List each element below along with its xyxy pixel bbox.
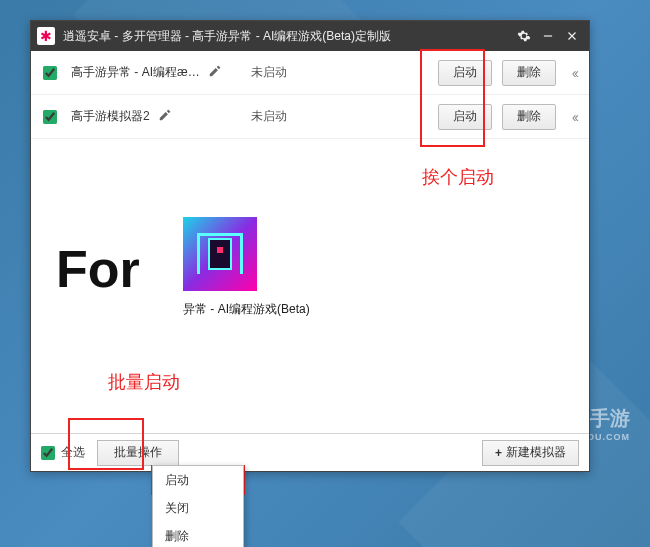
app-name-label: 异常 - AI编程游戏(Beta)	[183, 301, 310, 318]
gear-icon	[517, 29, 531, 43]
minimize-button[interactable]	[537, 25, 559, 47]
select-all-checkbox[interactable]: 全选	[41, 444, 85, 461]
launch-button[interactable]: 启动	[438, 60, 492, 86]
minimize-icon	[541, 29, 555, 43]
batch-context-menu: 启动 关闭 删除	[152, 465, 244, 547]
more-button[interactable]: ‹‹	[572, 65, 577, 81]
instance-list: 高手游异常 - AI编程æ… 未启动 启动 删除 ‹‹ 高手游模拟器2 未启动	[31, 51, 589, 139]
pencil-icon	[158, 108, 172, 122]
for-label: For	[56, 239, 140, 299]
row-checkbox[interactable]	[43, 66, 57, 80]
row-status: 未启动	[251, 108, 351, 125]
titlebar: ✱ 逍遥安卓 - 多开管理器 - 高手游异常 - AI编程游戏(Beta)定制版	[31, 21, 589, 51]
menu-item-close[interactable]: 关闭	[153, 494, 243, 522]
settings-button[interactable]	[513, 25, 535, 47]
app-block[interactable]: 异常 - AI编程游戏(Beta)	[183, 217, 310, 318]
close-icon	[565, 29, 579, 43]
row-status: 未启动	[251, 64, 351, 81]
delete-button[interactable]: 删除	[502, 104, 556, 130]
pencil-icon	[208, 64, 222, 78]
new-simulator-button[interactable]: + 新建模拟器	[482, 440, 579, 466]
annotation-each-start: 挨个启动	[422, 165, 494, 189]
select-all-input[interactable]	[41, 446, 55, 460]
app-logo-icon: ✱	[37, 27, 55, 45]
row-name-label: 高手游异常 - AI编程æ…	[71, 64, 200, 81]
delete-button[interactable]: 删除	[502, 60, 556, 86]
launch-button[interactable]: 启动	[438, 104, 492, 130]
annotation-batch-start: 批量启动	[108, 370, 180, 394]
select-all-label: 全选	[61, 444, 85, 461]
edit-name-button[interactable]	[158, 108, 172, 125]
bottombar: 全选 批量操作 + 新建模拟器	[31, 433, 589, 471]
close-button[interactable]	[561, 25, 583, 47]
plus-icon: +	[495, 446, 502, 460]
batch-ops-button[interactable]: 批量操作	[97, 440, 179, 466]
svg-rect-0	[544, 35, 552, 36]
app-icon	[183, 217, 257, 291]
window-title: 逍遥安卓 - 多开管理器 - 高手游异常 - AI编程游戏(Beta)定制版	[63, 28, 511, 45]
main-window: ✱ 逍遥安卓 - 多开管理器 - 高手游异常 - AI编程游戏(Beta)定制版…	[30, 20, 590, 472]
menu-item-launch[interactable]: 启动	[153, 466, 243, 494]
new-sim-label: 新建模拟器	[506, 444, 566, 461]
more-button[interactable]: ‹‹	[572, 109, 577, 125]
list-item: 高手游异常 - AI编程æ… 未启动 启动 删除 ‹‹	[31, 51, 589, 95]
row-checkbox[interactable]	[43, 110, 57, 124]
row-name-label: 高手游模拟器2	[71, 108, 150, 125]
list-item: 高手游模拟器2 未启动 启动 删除 ‹‹	[31, 95, 589, 139]
edit-name-button[interactable]	[208, 64, 222, 81]
menu-item-delete[interactable]: 删除	[153, 522, 243, 547]
